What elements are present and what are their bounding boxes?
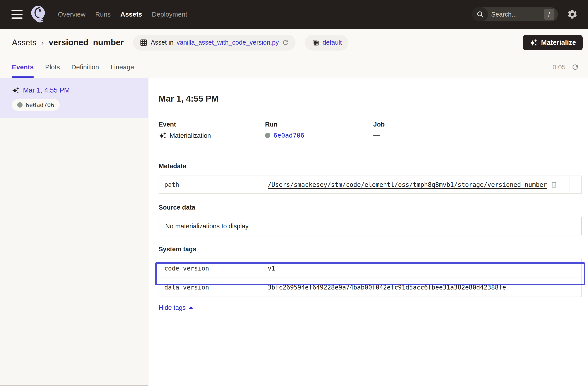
materialize-button[interactable]: Materialize: [523, 35, 583, 50]
tag-value: v1: [268, 265, 275, 272]
hamburger-menu-icon[interactable]: [11, 10, 22, 19]
source-data-empty-message: No materializations to display.: [165, 223, 250, 230]
job-label: Job: [373, 121, 582, 128]
breadcrumb: Assets › versioned_number Asset in vanil…: [0, 29, 588, 56]
tab-lineage[interactable]: Lineage: [110, 56, 134, 78]
asset-file-link[interactable]: vanilla_asset_with_code_version.py: [177, 39, 279, 46]
metadata-key: path: [159, 176, 263, 193]
run-column: Run 6e0ad706: [265, 121, 373, 140]
metadata-action-cell: [569, 176, 582, 193]
materialization-sparkle-icon: [12, 87, 20, 94]
metadata-heading: Metadata: [159, 163, 582, 170]
nav-item-overview[interactable]: Overview: [58, 11, 85, 18]
copy-clipboard-icon[interactable]: [550, 181, 558, 188]
run-id-chip[interactable]: 6e0ad706: [12, 99, 60, 111]
tab-events[interactable]: Events: [12, 56, 34, 78]
table-row-data-version: data_version 3bfc269594ef649228e9a74bab0…: [159, 278, 582, 297]
run-label: Run: [265, 121, 373, 128]
chevron-right-icon: ›: [41, 38, 44, 47]
divider: [159, 112, 582, 112]
tab-plots[interactable]: Plots: [45, 56, 60, 78]
hide-tags-label: Hide tags: [159, 304, 186, 311]
nav-item-deployment[interactable]: Deployment: [152, 11, 187, 18]
gear-icon[interactable]: [567, 9, 578, 20]
source-data-heading: Source data: [159, 204, 582, 211]
nav-item-assets[interactable]: Assets: [120, 11, 142, 18]
source-data-empty-box: No materializations to display.: [159, 217, 582, 235]
tag-key: data_version: [159, 278, 263, 297]
event-summary-grid: Event Materialization Run 6e0ad706: [159, 121, 582, 140]
job-column: Job —: [373, 121, 582, 140]
job-empty-value: —: [373, 132, 380, 139]
sidebar-scrollbar[interactable]: [0, 385, 148, 386]
slash-shortcut-badge: /: [544, 9, 554, 20]
metadata-path-link[interactable]: /Users/smackesey/stm/code/elementl/oss/t…: [268, 181, 547, 188]
primary-nav: Overview Runs Assets Deployment: [58, 11, 187, 18]
event-column: Event Materialization: [159, 121, 265, 140]
materialization-sparkle-icon: [159, 132, 167, 140]
metadata-table: path /Users/smackesey/stm/code/elementl/…: [159, 176, 582, 194]
event-label: Event: [159, 121, 265, 128]
top-nav: Overview Runs Assets Deployment /: [0, 0, 588, 29]
table-grid-icon: [140, 39, 147, 47]
run-id-label: 6e0ad706: [26, 102, 54, 108]
page-title: versioned_number: [49, 38, 124, 47]
event-list-item-selected[interactable]: Mar 1, 4:55 PM 6e0ad706: [0, 78, 148, 118]
search-box[interactable]: /: [472, 7, 558, 21]
refresh-countdown: 0:05: [553, 63, 566, 71]
repo-grid-icon: [312, 39, 319, 47]
tag-key: code_version: [159, 259, 263, 278]
tag-value: 3bfc269594ef649228e9a74bab00f042efc91d5a…: [268, 284, 506, 291]
table-row-code-version: code_version v1: [159, 259, 582, 278]
event-detail-title: Mar 1, 4:55 PM: [159, 94, 582, 103]
refresh-icon[interactable]: [571, 63, 579, 71]
page-header: Assets › versioned_number Asset in vanil…: [0, 29, 588, 78]
sparkle-icon: [529, 39, 537, 47]
refresh-icon[interactable]: [282, 39, 289, 46]
dagster-logo[interactable]: [30, 5, 46, 24]
nav-item-runs[interactable]: Runs: [95, 11, 111, 18]
event-list-sidebar: Mar 1, 4:55 PM 6e0ad706: [0, 78, 148, 386]
search-input[interactable]: [488, 11, 544, 18]
system-tags-heading: System tags: [159, 245, 582, 253]
table-row: path /Users/smackesey/stm/code/elementl/…: [159, 176, 582, 193]
run-id-link[interactable]: 6e0ad706: [273, 132, 304, 139]
run-status-dot: [265, 133, 270, 138]
asset-definition-badge: Asset in vanilla_asset_with_code_version…: [133, 35, 295, 51]
breadcrumb-assets-link[interactable]: Assets: [12, 38, 37, 47]
tab-bar: Events Plots Definition Lineage 0:05: [0, 56, 588, 78]
run-status-dot: [17, 102, 22, 107]
system-tags-table: code_version v1 data_version 3bfc269594e…: [159, 259, 582, 297]
event-type-value: Materialization: [170, 132, 211, 139]
tab-definition[interactable]: Definition: [71, 56, 99, 78]
search-icon: [472, 7, 488, 21]
hide-tags-link[interactable]: Hide tags: [159, 304, 193, 311]
repo-badge: default: [305, 35, 348, 51]
event-detail-panel: Mar 1, 4:55 PM Event Materialization Run: [148, 78, 588, 386]
event-timestamp-link[interactable]: Mar 1, 4:55 PM: [23, 86, 70, 94]
caret-up-icon: [189, 306, 193, 309]
repo-default-link[interactable]: default: [322, 39, 342, 46]
asset-in-label: Asset in: [151, 39, 173, 46]
materialize-label: Materialize: [541, 39, 576, 47]
